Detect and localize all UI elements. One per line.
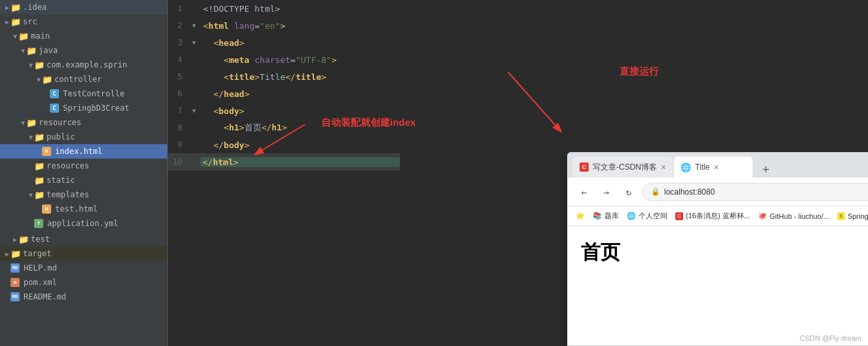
tree-item-application-yml[interactable]: ▶ Y application.yml <box>0 216 167 231</box>
html-icon: H <box>42 147 51 156</box>
address-bar[interactable]: 🔒 localhost:8080 <box>642 183 868 201</box>
tab-globe-icon: 🌐 <box>681 163 691 172</box>
back-button[interactable]: ← <box>576 183 593 201</box>
bookmark-divider: ⭐ <box>576 212 585 220</box>
tree-item-static[interactable]: ▶ 📁 static <box>0 173 167 187</box>
tree-item-com-example[interactable]: ▼ 📁 com.example.sprin <box>0 58 167 72</box>
tree-item-pom-xml[interactable]: ▶ m pom.xml <box>0 275 167 290</box>
folder-icon: 📁 <box>18 31 29 41</box>
tree-item-label: resources <box>39 118 81 127</box>
fold-arrow[interactable]: ▼ <box>192 39 195 46</box>
line-number: 10 <box>168 157 187 166</box>
tree-item-target[interactable]: ▶ 📁 target <box>0 246 167 261</box>
tree-item-test-html[interactable]: ▶ H test.html <box>0 202 167 216</box>
bookmark-tiku[interactable]: 📚 题库 <box>593 211 619 221</box>
tree-item-resources-sub[interactable]: ▶ 📁 resources <box>0 159 167 173</box>
fold-arrow[interactable]: ▼ <box>192 107 195 114</box>
code-line-6: 6 </head> <box>168 85 400 102</box>
tree-item-test[interactable]: ▶ 📁 test <box>0 232 167 246</box>
tree-item-label: HELP.md <box>24 263 57 273</box>
arrow-icon: ▼ <box>21 47 25 54</box>
code-line-5: 5 <title>Title</title> <box>168 68 400 85</box>
folder-icon: 📁 <box>26 45 37 56</box>
url-text: localhost:8080 <box>664 187 715 197</box>
line-number: 6 <box>168 89 187 98</box>
bookmark-personal[interactable]: 🌐 个人空间 <box>627 211 667 221</box>
line-number: 5 <box>168 72 187 81</box>
tree-item-resources[interactable]: ▼ 📁 resources <box>0 115 167 130</box>
folder-icon: 📁 <box>10 248 21 259</box>
line-number: 9 <box>168 140 187 149</box>
tab-title[interactable]: 🌐 Title × <box>674 157 753 178</box>
line-gutter: ▼ <box>187 22 201 29</box>
folder-icon: 📁 <box>18 234 29 244</box>
bookmark-personal-icon: 🌐 <box>627 212 636 220</box>
html-icon: H <box>42 204 51 214</box>
bookmark-csdn[interactable]: C (16条消息) 蓝桥杯... <box>675 211 750 221</box>
arrow-icon: ▼ <box>29 134 33 141</box>
tree-item-controller[interactable]: ▼ 📁 controller <box>0 72 167 86</box>
folder-icon: 📁 <box>34 175 45 185</box>
code-content: <h1>首页</h1> <box>201 122 400 134</box>
xml-icon: m <box>10 278 20 287</box>
bookmark-github[interactable]: 🐙 GitHub - liuchuo/... <box>758 212 829 220</box>
line-gutter: ▼ <box>187 107 201 114</box>
tree-item-springb-creat[interactable]: ▶ C SpringbD3Creat <box>0 101 167 115</box>
tree-item-label: test.html <box>55 204 98 214</box>
fold-arrow[interactable]: ▼ <box>192 22 195 29</box>
tree-item-label: com.example.sprin <box>47 60 127 69</box>
code-line-1: 1 <!DOCTYPE html> <box>168 0 400 17</box>
code-content: <title>Title</title> <box>201 72 400 82</box>
tree-item-label: static <box>47 176 75 185</box>
reload-button[interactable]: ↻ <box>620 183 637 201</box>
code-content: </body> <box>201 140 400 150</box>
arrow-icon: ▶ <box>13 236 17 243</box>
tab-csdn-label: 写文章-CSDN博客 <box>593 162 657 173</box>
tree-item-java[interactable]: ▼ 📁 java <box>0 43 167 58</box>
tree-item-label: SpringbD3Creat <box>63 104 129 113</box>
tab-close-active-icon[interactable]: × <box>713 162 719 172</box>
code-line-3: 3 ▼ <head> <box>168 34 400 51</box>
tree-item-public[interactable]: ▼ 📁 public <box>0 130 167 144</box>
tab-close-icon[interactable]: × <box>661 162 666 172</box>
tree-item-readme-md[interactable]: ▶ MD README.md <box>0 290 167 304</box>
new-tab-button[interactable]: + <box>757 159 775 178</box>
tree-item-idea[interactable]: ▶ 📁 .idea <box>0 0 167 14</box>
folder-icon: 📁 <box>34 161 45 171</box>
tree-item-label: templates <box>47 190 89 199</box>
tree-item-main[interactable]: ▼ 📁 main <box>0 29 167 43</box>
tree-item-templates[interactable]: ▼ 📁 templates <box>0 187 167 202</box>
java-icon: C <box>50 89 59 98</box>
arrow-icon: ▶ <box>5 4 9 11</box>
line-number: 1 <box>168 4 187 13</box>
code-line-4: 4 <meta charset="UTF-8"> <box>168 51 400 68</box>
arrow-icon: ▼ <box>13 33 17 40</box>
tree-item-label: test <box>31 235 50 244</box>
tree-item-label: README.md <box>24 292 66 301</box>
bookmark-springboot-icon: S <box>837 212 845 220</box>
line-number: 2 <box>168 21 187 30</box>
browser-window: C 写文章-CSDN博客 × 🌐 Title × + ← → ↻ 🔒 local… <box>567 152 868 346</box>
tree-item-index-html[interactable]: ▶ H index.html <box>0 144 167 159</box>
tree-item-label: controller <box>54 75 102 84</box>
code-editor: 1 <!DOCTYPE html> 2 ▼ <html lang="en"> 3… <box>167 0 400 346</box>
arrow-icon: ▼ <box>29 62 33 69</box>
lock-icon: 🔒 <box>651 187 660 196</box>
tree-item-help-md[interactable]: ▶ MD HELP.md <box>0 261 167 275</box>
code-line-7: 7 ▼ <body> <box>168 102 400 119</box>
line-number: 4 <box>168 55 187 64</box>
bookmark-tiku-icon: 📚 <box>593 212 602 220</box>
bookmark-springboot[interactable]: S Spring Boot <box>837 212 868 220</box>
svg-line-1 <box>508 72 561 131</box>
forward-button[interactable]: → <box>598 183 615 201</box>
code-content: </html> <box>201 157 400 167</box>
tree-item-test-controller[interactable]: ▶ C TestControlle <box>0 86 167 101</box>
code-line-9: 9 </body> <box>168 136 400 153</box>
tab-csdn[interactable]: C 写文章-CSDN博客 × <box>573 157 673 178</box>
code-content: <!DOCTYPE html> <box>201 4 400 14</box>
tab-csdn-icon: C <box>580 163 589 172</box>
page-heading: 首页 <box>581 239 868 266</box>
tree-item-label: public <box>47 132 75 142</box>
tree-item-src[interactable]: ▶ 📁 src <box>0 14 167 29</box>
tree-item-label: pom.xml <box>24 278 57 287</box>
